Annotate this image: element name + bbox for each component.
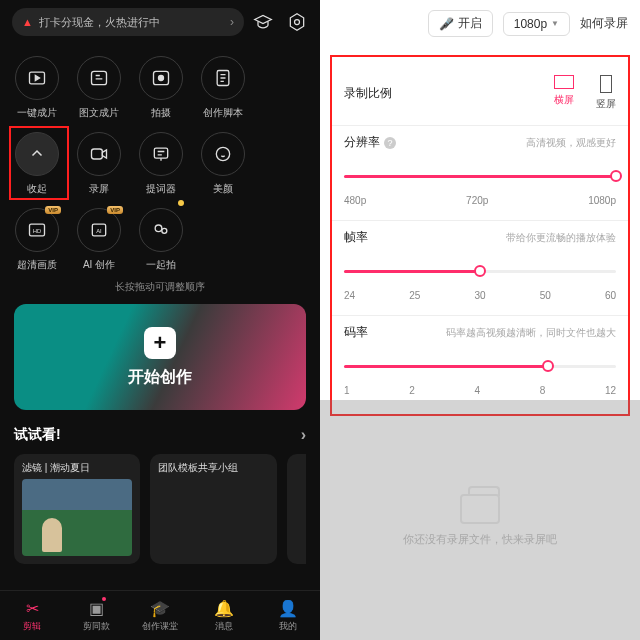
- cell-ai[interactable]: VIPAIAI 创作: [68, 202, 130, 278]
- cell-shoot[interactable]: 拍摄: [130, 50, 192, 126]
- resolution-slider[interactable]: [344, 169, 616, 193]
- svg-point-10: [216, 147, 229, 160]
- chevron-down-icon: ▼: [551, 19, 559, 28]
- svg-point-1: [295, 20, 300, 25]
- bitrate-sub: 码率越高视频越清晰，同时文件也越大: [446, 326, 616, 340]
- cell-script[interactable]: 创作脚本: [192, 50, 254, 126]
- cell-teleprompter[interactable]: 提词器: [130, 126, 192, 202]
- card-filter[interactable]: 滤镜 | 潮动夏日: [14, 454, 140, 564]
- fire-icon: ▲: [22, 16, 33, 28]
- res-chip-label: 1080p: [514, 17, 547, 31]
- nav-class[interactable]: 🎓创作课堂: [128, 591, 192, 640]
- chevron-right-icon: ›: [230, 15, 234, 29]
- template-icon: ▣: [89, 599, 104, 618]
- resolution-chip[interactable]: 1080p ▼: [503, 12, 570, 36]
- vip-badge: VIP: [45, 206, 61, 214]
- svg-rect-9: [154, 148, 167, 158]
- nav-me[interactable]: 👤我的: [256, 591, 320, 640]
- svg-text:HD: HD: [33, 228, 41, 234]
- orient-vertical[interactable]: 竖屏: [596, 75, 616, 111]
- svg-point-16: [162, 228, 167, 233]
- cell-onekey[interactable]: 一键成片: [6, 50, 68, 126]
- bitrate-slider[interactable]: [344, 359, 616, 383]
- vip-badge: VIP: [107, 206, 123, 214]
- empty-text: 你还没有录屏文件，快来录屏吧: [403, 532, 557, 547]
- empty-box-icon: [460, 494, 500, 524]
- notify-dot: [178, 200, 184, 206]
- help-icon[interactable]: ?: [384, 137, 396, 149]
- fps-slider[interactable]: [344, 264, 616, 288]
- card-title: 团队模板共享小组: [150, 454, 276, 479]
- start-create-button[interactable]: + 开始创作: [14, 304, 306, 410]
- cell-record[interactable]: 录屏: [68, 126, 130, 202]
- resolution-label: 分辨率: [344, 134, 380, 151]
- portrait-icon: [600, 75, 612, 93]
- orient-horizontal[interactable]: 横屏: [554, 75, 574, 111]
- promo-text: 打卡分现金，火热进行中: [39, 15, 160, 30]
- howto-link[interactable]: 如何录屏: [580, 15, 628, 32]
- card-team[interactable]: 团队模板共享小组: [150, 454, 276, 564]
- nav-edit[interactable]: ✂剪辑: [0, 591, 64, 640]
- open-label: 开启: [458, 15, 482, 32]
- bitrate-label: 码率: [344, 324, 368, 341]
- notify-dot: [102, 597, 106, 601]
- svg-point-6: [159, 76, 164, 81]
- reorder-hint: 长按拖动可调整顺序: [0, 280, 320, 294]
- fps-sub: 带给你更流畅的播放体验: [506, 231, 616, 245]
- nav-same[interactable]: ▣剪同款: [64, 591, 128, 640]
- mic-off-icon: 🎤̸: [439, 17, 454, 31]
- disabled-overlay: 你还没有录屏文件，快来录屏吧: [320, 400, 640, 640]
- resolution-sub: 高清视频，观感更好: [526, 136, 616, 150]
- svg-rect-4: [92, 71, 107, 84]
- graduation-icon[interactable]: [252, 11, 274, 33]
- bell-icon: 🔔: [214, 599, 234, 618]
- svg-marker-0: [290, 14, 303, 31]
- card-thumb: [22, 479, 132, 556]
- chevron-right-icon[interactable]: ›: [301, 426, 306, 444]
- cell-textvideo[interactable]: 图文成片: [68, 50, 130, 126]
- landscape-icon: [554, 75, 574, 89]
- ratio-label: 录制比例: [344, 85, 392, 102]
- try-heading: 试试看!: [14, 426, 61, 444]
- gear-icon[interactable]: [286, 11, 308, 33]
- person-icon: 👤: [278, 599, 298, 618]
- svg-text:AI: AI: [96, 228, 102, 234]
- promo-pill[interactable]: ▲ 打卡分现金，火热进行中 ›: [12, 8, 244, 36]
- card-title: 滤镜 | 潮动夏日: [14, 454, 140, 479]
- card-more[interactable]: [287, 454, 306, 564]
- cell-hd[interactable]: VIPHD超清画质: [6, 202, 68, 278]
- fps-label: 帧率: [344, 229, 368, 246]
- mic-open-button[interactable]: 🎤̸ 开启: [428, 10, 493, 37]
- svg-point-15: [155, 225, 162, 232]
- scissors-icon: ✂: [26, 599, 39, 618]
- create-label: 开始创作: [128, 367, 192, 388]
- nav-message[interactable]: 🔔消息: [192, 591, 256, 640]
- plus-icon: +: [144, 327, 176, 359]
- bottom-nav: ✂剪辑 ▣剪同款 🎓创作课堂 🔔消息 👤我的: [0, 590, 320, 640]
- record-settings-panel: 录制比例 横屏 竖屏 分辨率 ? 高清视频，观感更好 480p 720: [330, 55, 630, 416]
- cell-beauty[interactable]: 美颜: [192, 126, 254, 202]
- cell-together[interactable]: 一起拍: [130, 202, 192, 278]
- svg-rect-8: [92, 149, 103, 159]
- graduation-icon: 🎓: [150, 599, 170, 618]
- record-highlight-box: [9, 126, 69, 200]
- svg-marker-3: [35, 76, 39, 81]
